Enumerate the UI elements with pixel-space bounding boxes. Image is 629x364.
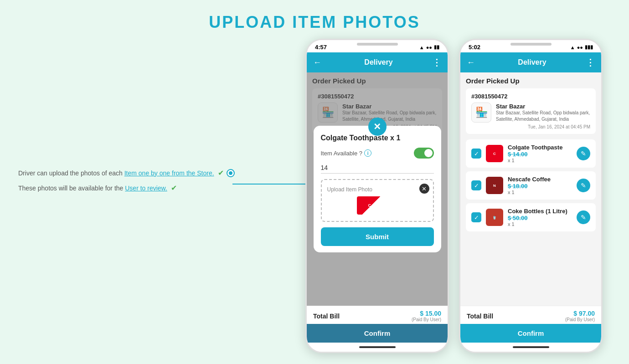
battery-icon-2: ▮▮▮ [585,44,593,50]
item-price-colgate: $ 14.00 [508,151,572,158]
annotation-highlight-1: Item one by one from the Store. [124,169,214,177]
list-item: ✓ C Colgate Toothpaste $ 14.00 x 1 ✎ [466,139,596,168]
item-qty-coke: x 1 [508,221,572,227]
status-bar-2: 5:02 ▲ ●● ▮▮▮ [460,40,601,52]
item-check-nescafe: ✓ [471,180,481,190]
time-2: 5:02 [469,44,480,51]
upload-box[interactable]: Upload Item Photo ✕ [321,179,434,222]
notch-2 [510,43,552,46]
wifi-icon-2: ▲ [570,45,575,50]
nescafe-icon: N [486,177,503,194]
annotation-text-1: Driver can upload the photos of each Ite… [18,169,214,177]
item-check-coke: ✓ [471,212,481,222]
order-card-2: #3081550472 🏪 Star Bazar Star Bazaar, Sa… [466,88,596,134]
total-label-2: Total Bill [467,313,493,320]
submit-button[interactable]: Submit [321,227,434,246]
modal: ✕ Colgate Toothpaste x 1 Item Available … [314,126,441,252]
nav-bar-1: ← Delivery ⋮ [307,52,448,72]
menu-dots-2[interactable]: ⋮ [586,57,595,68]
back-arrow-1[interactable]: ← [313,58,321,67]
total-amount-1: $ 15.00 [412,310,441,317]
store-icon-2: 🏪 [471,103,491,123]
signal-icon: ●● [426,45,432,50]
coke-icon: 🥤 [486,209,503,226]
order-number-2: #3081550472 [471,93,590,100]
phone-2: 5:02 ▲ ●● ▮▮▮ ← Delivery ⋮ Order Picked … [459,39,603,353]
total-bar-2: Total Bill $ 97.00 (Paid By User) [460,306,601,324]
info-icon[interactable]: i [364,149,371,157]
annotation-line-1: Driver can upload the photos of each Ite… [18,169,234,177]
confirm-button-2[interactable]: Confirm [460,324,601,343]
time-1: 4:57 [315,44,327,51]
item-name-coke: Coke Bottles (1 Litre) [508,208,572,215]
total-paid-1: (Paid By User) [412,317,441,322]
phone1-content: Order Picked Up #3081550472 🏪 Star Bazar… [307,72,448,306]
total-label-1: Total Bill [313,313,340,320]
items-list-2: ✓ C Colgate Toothpaste $ 14.00 x 1 ✎ ✓ N… [460,137,601,234]
battery-icon: ▮▮ [434,44,439,50]
phone-1: 4:57 ▲ ●● ▮▮ ← Delivery ⋮ Order Picked U… [305,39,449,353]
toggle-available[interactable] [414,148,434,159]
store-name-2: Star Bazar [496,103,590,110]
dot-connector [227,170,234,176]
connector-line [232,184,312,185]
modal-close-btn[interactable]: ✕ [368,118,387,136]
item-price-coke: $ 50.00 [508,215,572,221]
wifi-icon: ▲ [419,45,424,50]
modal-overlay: ✕ Colgate Toothpaste x 1 Item Available … [307,72,448,306]
bottom-indicator-2 [460,343,601,352]
total-paid-2: (Paid By User) [565,317,595,322]
bottom-bar-2 [513,346,549,348]
check-icon-1: ✔ [218,169,224,177]
edit-btn-coke[interactable]: ✎ [577,210,590,224]
status-icons-1: ▲ ●● ▮▮ [419,44,439,50]
item-details-colgate: Colgate Toothpaste $ 14.00 x 1 [508,144,572,163]
phones-area: 4:57 ▲ ●● ▮▮ ← Delivery ⋮ Order Picked U… [305,39,603,353]
check-icon-2: ✔ [171,184,177,192]
page-title: UPLOAD ITEM PHOTOS [0,0,629,32]
annotation-area: Driver can upload the photos of each Ite… [18,169,234,199]
order-label-2: Order Picked Up [466,77,596,85]
list-item: ✓ 🥤 Coke Bottles (1 Litre) $ 50.00 x 1 ✎ [466,203,596,231]
signal-icon-2: ●● [577,45,583,50]
item-details-nescafe: Nescafe Coffee $ 18.00 x 1 [508,176,572,195]
upload-remove-btn[interactable]: ✕ [419,184,429,194]
total-amount-2: $ 97.00 [565,310,595,317]
total-right-2: $ 97.00 (Paid By User) [565,310,595,322]
edit-btn-nescafe[interactable]: ✎ [577,179,590,192]
modal-available-label: Item Available ? i [321,149,372,157]
toothpaste-preview [357,196,398,215]
status-icons-2: ▲ ●● ▮▮▮ [570,44,593,50]
colgate-icon: C [486,145,503,162]
item-details-coke: Coke Bottles (1 Litre) $ 50.00 x 1 [508,208,572,227]
item-name-colgate: Colgate Toothpaste [508,144,572,151]
store-info-2: Star Bazar Star Bazaar, Satellite Road, … [496,103,590,123]
order-section-2: Order Picked Up #3081550472 🏪 Star Bazar… [460,72,601,137]
item-check-colgate: ✓ [471,149,481,159]
edit-btn-colgate[interactable]: ✎ [577,147,590,160]
item-qty-nescafe: x 1 [508,190,572,195]
order-date-2: Tue, Jan 16, 2024 at 04:45 PM [471,124,590,129]
menu-dots-1[interactable]: ⋮ [432,57,441,68]
amount-input[interactable] [321,162,434,174]
upload-preview [327,196,428,215]
total-bar-1: Total Bill $ 15.00 (Paid By User) [307,306,448,324]
item-available-text: Item Available ? [321,150,363,157]
upload-box-label: Upload Item Photo [327,186,428,193]
annotation-line-2: These photos will be available for the U… [18,184,234,192]
store-addr-2: Star Bazaar, Satellite Road, Opp bidwala… [496,110,590,123]
bottom-bar-1 [359,346,396,348]
modal-available-row: Item Available ? i [321,148,434,159]
phone2-content: Order Picked Up #3081550472 🏪 Star Bazar… [460,72,601,306]
annotation-text-2: These photos will be available for the U… [18,185,167,192]
confirm-button-1[interactable]: Confirm [307,324,448,343]
back-arrow-2[interactable]: ← [467,58,475,67]
list-item: ✓ N Nescafe Coffee $ 18.00 x 1 ✎ [466,171,596,200]
notch-1 [357,43,398,46]
store-row-2: 🏪 Star Bazar Star Bazaar, Satellite Road… [471,103,590,123]
item-qty-colgate: x 1 [508,158,572,163]
status-bar-1: 4:57 ▲ ●● ▮▮ [307,40,448,52]
nav-title-2: Delivery [479,58,586,67]
annotation-highlight-2: User to review. [125,185,167,192]
bottom-indicator-1 [307,343,448,352]
